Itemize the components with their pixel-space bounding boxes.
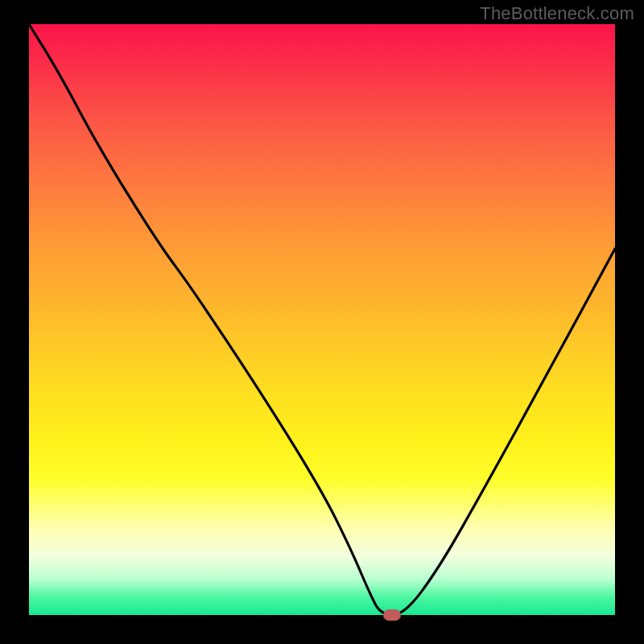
chart-stage: TheBottleneck.com	[0, 0, 644, 644]
chart-plot-area	[29, 24, 615, 615]
curve-path	[29, 24, 615, 615]
optimal-point-marker	[383, 609, 401, 621]
bottleneck-curve	[29, 24, 615, 615]
watermark-text: TheBottleneck.com	[480, 3, 634, 24]
